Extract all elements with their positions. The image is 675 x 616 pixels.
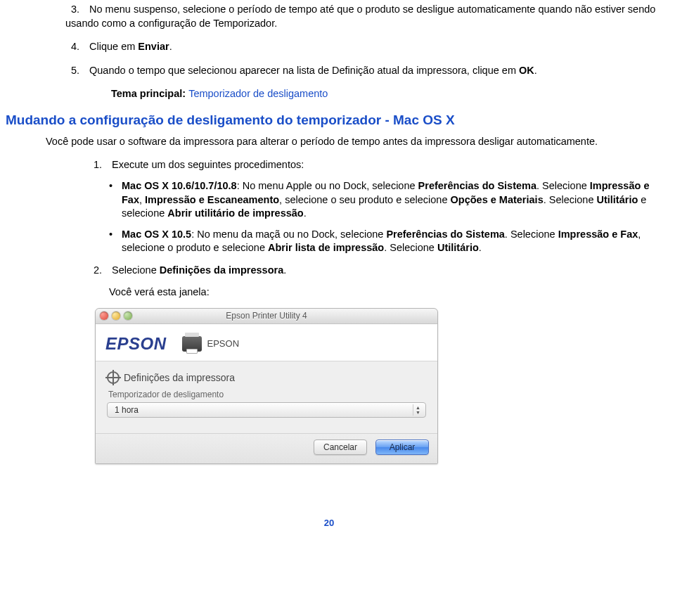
section-label: Temporizador de desligamento [108,390,426,399]
step-number: 2. [88,264,102,278]
cancel-button[interactable]: Cancelar [314,439,367,455]
intro-paragraph: Você pode usar o software da impressora … [0,135,658,149]
utility-window: Epson Printer Utility 4 EPSON EPSON Defi… [95,308,438,464]
apply-button[interactable]: Aplicar [375,439,429,455]
epson-logo: EPSON [105,334,167,354]
list-item: 1. Execute um dos seguintes procedimento… [88,158,658,255]
step-number: 5. [65,64,79,78]
list-item: Mac OS X 10.5: No menu da maçã ou no Doc… [109,228,658,255]
select-value: 1 hora [115,405,139,415]
step-text: Clique em Enviar. [89,41,172,52]
printer-name: EPSON [207,338,240,349]
gear-icon [107,371,120,384]
chevron-up-down-icon: ▲▼ [413,404,423,416]
printer-icon [182,336,202,352]
caption: Você verá esta janela: [88,285,658,300]
step-number: 1. [88,158,102,172]
page-number: 20 [0,518,658,528]
step-text: Quando o tempo que selecionou aparecer n… [89,65,537,76]
step-text: Selecione Definições da impressora. [112,264,286,276]
timer-select[interactable]: 1 hora ▲▼ [107,402,426,418]
step-number: 3. [65,3,79,17]
panel-title: Definições da impressora [107,371,426,384]
step-text: No menu suspenso, selecione o período de… [65,4,655,29]
parent-topic-line: Tema principal: Temporizador de desligam… [65,87,658,101]
list-item: 5. Quando o tempo que selecionou aparece… [65,64,658,78]
list-item: 3. No menu suspenso, selecione o período… [65,3,658,30]
brand-bar: EPSON EPSON [96,324,437,361]
parent-topic-link[interactable]: Temporizador de desligamento [188,88,328,99]
list-item: 2. Selecione Definições da impressora. V… [88,264,658,300]
step-number: 4. [65,40,79,54]
section-heading: Mudando a configuração de desligamento d… [0,113,658,128]
titlebar: Epson Printer Utility 4 [96,309,437,324]
list-item: 4. Clique em Enviar. [65,40,658,54]
window-title: Epson Printer Utility 4 [96,311,437,321]
list-item: Mac OS X 10.6/10.7/10.8: No menu Apple o… [109,179,658,221]
step-text: Execute um dos seguintes procedimentos: [112,159,304,170]
